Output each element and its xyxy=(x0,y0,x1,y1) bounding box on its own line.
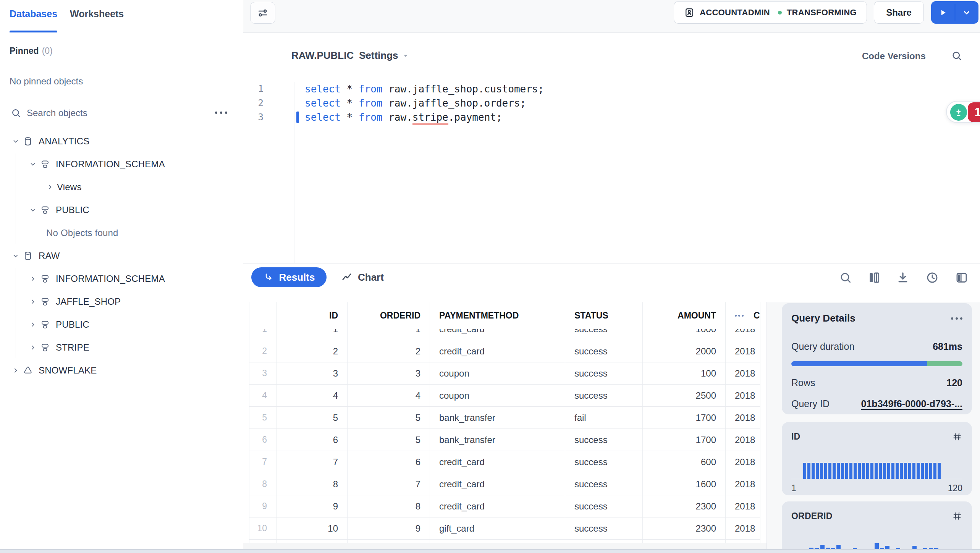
tree-item-jaffle-shop[interactable]: JAFFLE_SHOP xyxy=(0,290,243,313)
table-cell: 4 xyxy=(277,385,348,406)
table-cell: coupon xyxy=(430,385,565,406)
table-cell: 2018 xyxy=(726,340,760,362)
active-tab-underline xyxy=(10,31,57,32)
database-icon xyxy=(23,251,33,261)
statement-caret xyxy=(296,112,299,123)
tab-results[interactable]: Results xyxy=(251,267,327,287)
tree-indent-guide xyxy=(16,268,16,358)
chevron-right-icon[interactable] xyxy=(11,367,20,374)
tree-item-information-schema[interactable]: INFORMATION_SCHEMA xyxy=(0,153,243,176)
table-row[interactable]: 555bank_transferfail17002018 xyxy=(249,407,760,429)
code-versions-link[interactable]: Code Versions xyxy=(862,51,926,61)
column-header-id[interactable]: ID xyxy=(277,302,348,329)
table-cell: 2000 xyxy=(643,340,726,362)
tree-item-public[interactable]: PUBLIC xyxy=(0,199,243,222)
column-header-orderid[interactable]: ORDERID xyxy=(348,302,430,329)
tree-item-label: No Objects found xyxy=(46,228,118,238)
chevron-down-icon[interactable] xyxy=(11,137,20,145)
tree-item-information-schema[interactable]: INFORMATION_SCHEMA xyxy=(0,267,243,290)
duration-label: Query duration xyxy=(791,341,854,352)
run-options-button[interactable] xyxy=(955,1,979,24)
duration-progress-bar xyxy=(791,361,962,366)
duration-value: 681ms xyxy=(933,341,962,352)
chevron-down-icon[interactable] xyxy=(28,160,37,168)
chevron-right-icon[interactable] xyxy=(28,344,37,351)
search-results-icon[interactable] xyxy=(839,271,852,285)
database-icon xyxy=(23,136,33,146)
column-header-amount[interactable]: AMOUNT xyxy=(643,302,726,329)
tree-item-views[interactable]: Views xyxy=(0,176,243,199)
search-objects-input[interactable] xyxy=(27,108,187,118)
table-row[interactable]: 444couponsuccess25002018 xyxy=(249,385,760,407)
table-cell: 6 xyxy=(249,429,277,451)
code-line-2[interactable]: 2select * from raw.jaffle_shop.orders; xyxy=(243,96,980,110)
table-row[interactable]: 665bank_transfersuccess17002018 xyxy=(249,429,760,451)
chevron-right-icon[interactable] xyxy=(28,298,37,306)
tree-item-public[interactable]: PUBLIC xyxy=(0,313,243,336)
table-cell: 2018 xyxy=(726,517,760,539)
table-row[interactable] xyxy=(249,540,760,543)
history-icon[interactable] xyxy=(925,271,939,285)
filters-button[interactable] xyxy=(250,2,275,24)
chart-tab-label: Chart xyxy=(358,272,384,283)
table-row[interactable]: 887credit_cardsuccess16002018 xyxy=(249,473,760,495)
execution-segment xyxy=(791,361,927,366)
column-header-created[interactable]: CREATED xyxy=(726,302,760,329)
query-details-menu[interactable] xyxy=(951,317,962,320)
table-scrollbar-track[interactable] xyxy=(767,302,767,549)
chevron-down-icon[interactable] xyxy=(11,252,20,260)
tab-worksheets[interactable]: Worksheets xyxy=(70,8,124,19)
tree-item-snowflake[interactable]: SNOWFLAKE xyxy=(0,359,243,382)
context-selector-dropdown[interactable]: RAW.PUBLIC xyxy=(291,50,368,61)
tree-item-analytics[interactable]: ANALYTICS xyxy=(0,130,243,153)
tree-item-stripe[interactable]: STRIPE xyxy=(0,336,243,359)
session-context-button[interactable]: ACCOUNTADMIN TRANSFORMING xyxy=(674,1,867,24)
split-panel-icon[interactable] xyxy=(955,271,969,285)
download-icon[interactable] xyxy=(896,271,910,285)
column-header-paymentmethod[interactable]: PAYMENTMETHOD xyxy=(430,302,565,329)
table-row[interactable]: 333couponsuccess1002018 xyxy=(249,362,760,385)
column-header-label: PAYMENTMETHOD xyxy=(439,310,519,321)
table-cell: 5 xyxy=(348,407,430,428)
search-options-menu[interactable] xyxy=(215,112,227,114)
histogram-bar xyxy=(900,463,903,479)
tree-item-raw[interactable]: RAW xyxy=(0,244,243,267)
table-row[interactable]: 998credit_cardsuccess23002018 xyxy=(249,495,760,517)
chevron-right-icon[interactable] xyxy=(28,321,37,328)
table-cell: 2300 xyxy=(643,517,726,539)
table-row[interactable]: 222credit_cardsuccess20002018 xyxy=(249,340,760,362)
chevron-right-icon[interactable] xyxy=(28,275,37,283)
settings-dropdown[interactable]: Settings xyxy=(359,50,409,61)
tab-databases[interactable]: Databases xyxy=(10,8,57,19)
histogram-max-label: 120 xyxy=(948,483,962,493)
run-button[interactable] xyxy=(931,1,955,24)
copilot-suggestion-button[interactable]: 1 xyxy=(946,101,980,123)
table-cell: bank_transfer xyxy=(430,407,565,428)
object-search xyxy=(0,103,243,123)
share-button[interactable]: Share xyxy=(874,1,924,24)
tab-chart[interactable]: Chart xyxy=(341,267,384,287)
table-cell: 4 xyxy=(249,385,277,406)
columns-icon[interactable] xyxy=(867,271,881,285)
column-header-status[interactable]: STATUS xyxy=(565,302,643,329)
database-tree: ANALYTICSINFORMATION_SCHEMAViewsPUBLICNo… xyxy=(0,130,243,382)
table-row[interactable]: 776credit_cardsuccess6002018 xyxy=(249,451,760,473)
code-line-1[interactable]: 1select * from raw.jaffle_shop.customers… xyxy=(243,82,980,96)
editor-search-icon[interactable] xyxy=(951,50,962,61)
shared-database-icon xyxy=(23,365,33,375)
histogram-bar xyxy=(820,463,823,479)
table-cell: credit_card xyxy=(430,451,565,473)
histogram-bar xyxy=(879,463,882,479)
code-line-3[interactable]: 3select * from raw.stripe.payment; xyxy=(243,110,980,124)
query-id-link[interactable]: 01b349f6-0000-d793-... xyxy=(861,398,962,409)
column-header-label: AMOUNT xyxy=(678,310,716,321)
histogram-bar xyxy=(925,463,928,479)
chevron-right-icon[interactable] xyxy=(45,183,55,191)
chevron-down-icon[interactable] xyxy=(28,206,37,214)
histogram-bar xyxy=(803,463,806,479)
column-menu-icon[interactable] xyxy=(735,315,744,317)
table-cell: 2 xyxy=(348,340,430,362)
table-row[interactable]: 10109gift_cardsuccess23002018 xyxy=(249,517,760,540)
sql-editor[interactable]: 1select * from raw.jaffle_shop.customers… xyxy=(243,82,980,264)
chevron-down-icon xyxy=(962,8,971,17)
